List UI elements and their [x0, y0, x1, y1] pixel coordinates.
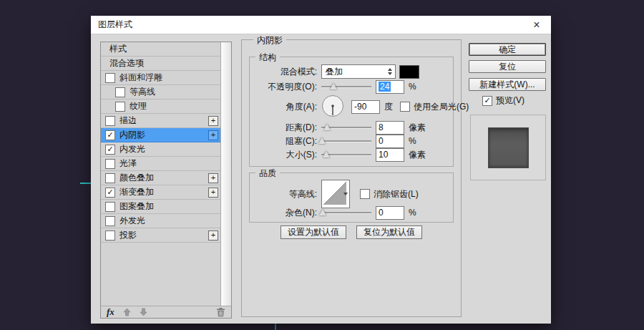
sidebar-item-图案叠加[interactable]: 图案叠加: [101, 200, 221, 214]
opacity-slider-thumb[interactable]: [330, 83, 337, 89]
contour-picker[interactable]: [321, 180, 350, 208]
sidebar-item-label: 内阴影: [119, 129, 145, 141]
add-effect-instance-button[interactable]: +: [208, 116, 218, 126]
contour-dropdown-icon: [343, 193, 348, 195]
move-down-icon[interactable]: [140, 308, 147, 316]
add-effect-instance-button[interactable]: +: [208, 230, 218, 241]
size-input[interactable]: 10: [376, 148, 404, 162]
sidebar-item-label: 混合选项: [109, 57, 144, 69]
quality-legend: 品质: [255, 168, 280, 180]
blend-mode-label: 混合模式:: [254, 66, 317, 78]
choke-slider-thumb[interactable]: [318, 137, 326, 144]
sidebar-item-混合选项[interactable]: 混合选项: [101, 57, 221, 71]
sidebar-item-光泽[interactable]: 光泽: [101, 157, 221, 171]
styles-list-scrollbar[interactable]: [220, 42, 231, 306]
style-enable-checkbox[interactable]: [105, 130, 115, 140]
sidebar-item-外发光[interactable]: 外发光: [101, 214, 221, 228]
use-global-light-checkbox[interactable]: 使用全局光(G): [400, 101, 469, 113]
sidebar-item-内发光[interactable]: 内发光: [101, 142, 221, 157]
style-enable-checkbox[interactable]: [115, 102, 125, 112]
sidebar-item-label: 投影: [119, 229, 137, 241]
size-row: 大小(S): 10 像素: [254, 148, 450, 161]
preview-checkbox-box[interactable]: [482, 96, 492, 106]
style-preview-panel: [470, 115, 546, 180]
choke-value: 0: [379, 136, 384, 146]
noise-unit: %: [409, 208, 416, 218]
style-enable-checkbox[interactable]: [105, 145, 115, 155]
opacity-slider[interactable]: [321, 82, 371, 92]
sidebar-item-label: 纹理: [130, 100, 147, 112]
sidebar-item-label: 光泽: [119, 157, 137, 170]
antialias-label: 消除锯齿(L): [374, 188, 419, 200]
angle-value: -90: [354, 102, 366, 112]
default-buttons-row: 设置为默认值 复位为默认值: [242, 225, 461, 239]
canvas-guide-vertical: [275, 324, 276, 330]
set-default-button[interactable]: 设置为默认值: [280, 225, 346, 239]
trash-icon[interactable]: [216, 307, 225, 317]
noise-slider[interactable]: [321, 208, 371, 218]
shadow-color-swatch[interactable]: [399, 65, 419, 79]
angle-label: 角度(A):: [254, 101, 317, 113]
noise-slider-thumb[interactable]: [319, 209, 326, 215]
sidebar-item-斜面和浮雕[interactable]: 斜面和浮雕: [101, 71, 221, 85]
preview-checkbox[interactable]: 预览(V): [482, 94, 525, 107]
choke-unit: %: [409, 136, 416, 146]
antialias-checkbox[interactable]: 消除锯齿(L): [360, 188, 419, 200]
style-enable-checkbox[interactable]: [105, 159, 115, 169]
style-enable-checkbox[interactable]: [105, 73, 115, 83]
ok-button[interactable]: 确定: [469, 43, 546, 56]
style-enable-checkbox[interactable]: [105, 216, 115, 226]
size-slider-thumb[interactable]: [323, 151, 330, 157]
sidebar-item-内阴影[interactable]: 内阴影+: [101, 128, 221, 142]
distance-input[interactable]: 8: [376, 121, 404, 135]
contour-label: 等高线:: [254, 188, 317, 200]
sidebar-item-描边[interactable]: 描边+: [101, 114, 221, 128]
sidebar-item-等高线[interactable]: 等高线: [101, 85, 221, 100]
opacity-unit: %: [409, 82, 416, 92]
choke-input[interactable]: 0: [376, 135, 404, 148]
style-enable-checkbox[interactable]: [105, 188, 115, 198]
styles-list-toolbar: fx: [101, 306, 231, 318]
blend-mode-value: 叠加: [326, 66, 343, 78]
blend-mode-select[interactable]: 叠加: [321, 64, 396, 79]
add-effect-instance-button[interactable]: +: [208, 130, 218, 140]
dialog-titlebar[interactable]: 图层样式 ×: [91, 16, 551, 34]
sidebar-item-label: 样式: [109, 43, 127, 55]
reset-button[interactable]: 复位: [469, 60, 546, 73]
distance-slider-thumb[interactable]: [323, 124, 331, 130]
style-enable-checkbox[interactable]: [115, 87, 125, 97]
close-icon[interactable]: ×: [530, 19, 544, 31]
choke-slider[interactable]: [321, 136, 371, 146]
antialias-checkbox-box[interactable]: [360, 189, 370, 199]
structure-legend: 结构: [255, 52, 280, 64]
quality-group: 品质 等高线: 消除锯齿(L) 杂色(N): 0: [249, 173, 454, 223]
size-value: 10: [379, 150, 388, 160]
angle-input[interactable]: -90: [351, 100, 380, 114]
reset-default-button[interactable]: 复位为默认值: [356, 225, 422, 239]
add-effect-instance-button[interactable]: +: [208, 173, 218, 183]
fx-icon[interactable]: fx: [107, 306, 114, 318]
styles-list-panel: 样式混合选项斜面和浮雕等高线纹理描边+内阴影+内发光光泽颜色叠加+渐变叠加+图案…: [100, 42, 232, 319]
style-enable-checkbox[interactable]: [105, 230, 115, 241]
sidebar-item-样式[interactable]: 样式: [101, 42, 221, 57]
styles-list-items: 样式混合选项斜面和浮雕等高线纹理描边+内阴影+内发光光泽颜色叠加+渐变叠加+图案…: [101, 42, 221, 306]
opacity-input[interactable]: 24: [376, 80, 404, 94]
sidebar-item-纹理[interactable]: 纹理: [101, 100, 221, 114]
style-enable-checkbox[interactable]: [105, 116, 115, 126]
choke-row: 阻塞(C): 0 %: [254, 135, 450, 147]
move-up-icon[interactable]: [123, 308, 131, 316]
opacity-value: 24: [379, 82, 391, 92]
sidebar-item-渐变叠加[interactable]: 渐变叠加+: [101, 185, 221, 200]
distance-slider[interactable]: [321, 122, 371, 132]
style-enable-checkbox[interactable]: [105, 173, 115, 183]
add-effect-instance-button[interactable]: +: [208, 188, 218, 198]
angle-dial[interactable]: [321, 94, 344, 120]
sidebar-item-投影[interactable]: 投影+: [101, 228, 221, 243]
size-slider[interactable]: [321, 150, 371, 160]
noise-input[interactable]: 0: [376, 206, 404, 220]
style-enable-checkbox[interactable]: [105, 202, 115, 212]
distance-row: 距离(D): 8 像素: [254, 121, 450, 134]
sidebar-item-颜色叠加[interactable]: 颜色叠加+: [101, 171, 221, 185]
new-style-button[interactable]: 新建样式(W)...: [469, 78, 546, 91]
global-light-checkbox-box[interactable]: [400, 102, 410, 112]
